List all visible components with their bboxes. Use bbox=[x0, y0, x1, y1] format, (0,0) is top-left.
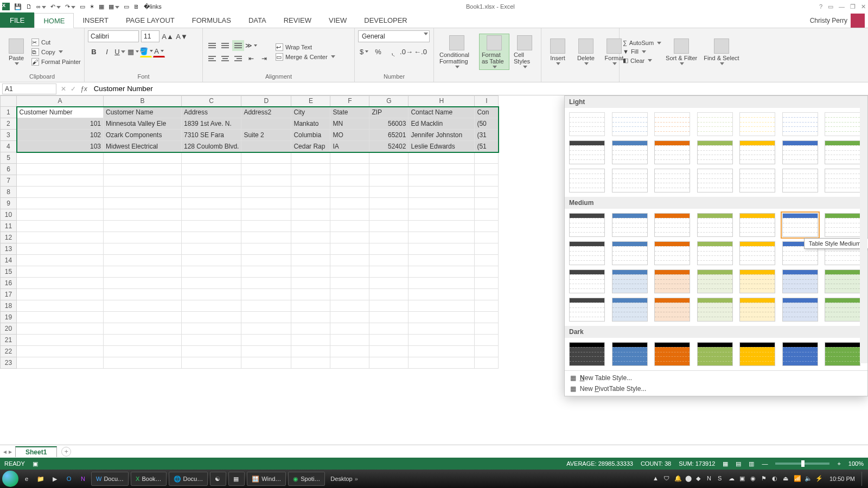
cell[interactable] bbox=[409, 243, 475, 255]
orientation-button[interactable]: ≫ bbox=[245, 40, 257, 51]
clear-button[interactable]: ◧ Clear bbox=[623, 57, 661, 64]
cell[interactable] bbox=[475, 289, 499, 300]
cell[interactable] bbox=[369, 198, 409, 209]
sheet-tab[interactable]: Sheet1 bbox=[15, 446, 57, 457]
cell[interactable] bbox=[291, 243, 330, 255]
cell[interactable] bbox=[104, 209, 182, 221]
tab-insert[interactable]: INSERT bbox=[74, 12, 117, 28]
cell[interactable] bbox=[475, 323, 499, 335]
tray-icon[interactable]: ◉ bbox=[750, 475, 758, 483]
table-style-swatch[interactable] bbox=[739, 342, 775, 366]
table-style-swatch[interactable] bbox=[782, 269, 818, 293]
cell[interactable] bbox=[409, 152, 475, 164]
sheet-nav-first-icon[interactable]: ◂ bbox=[3, 448, 7, 455]
cell[interactable] bbox=[369, 243, 409, 255]
qat-icon[interactable]: ✶ bbox=[90, 3, 94, 10]
cell[interactable] bbox=[330, 300, 369, 312]
cell[interactable] bbox=[409, 232, 475, 243]
cell[interactable]: Ozark Components bbox=[104, 130, 182, 141]
column-header[interactable]: D bbox=[241, 96, 291, 107]
cell[interactable] bbox=[182, 346, 241, 357]
table-style-swatch[interactable] bbox=[782, 112, 818, 136]
tab-home[interactable]: HOME bbox=[34, 13, 74, 28]
cell[interactable] bbox=[17, 312, 104, 323]
tab-data[interactable]: DATA bbox=[240, 12, 275, 28]
cell[interactable] bbox=[241, 243, 291, 255]
tray-icon[interactable]: 🔈 bbox=[805, 475, 812, 483]
cell[interactable] bbox=[330, 278, 369, 289]
cell[interactable] bbox=[241, 312, 291, 323]
cell[interactable] bbox=[241, 209, 291, 221]
cell[interactable] bbox=[104, 198, 182, 209]
redo-icon[interactable]: ↷ bbox=[65, 3, 75, 10]
cell[interactable] bbox=[330, 323, 369, 335]
taskbar-item-word[interactable]: WDocu… bbox=[91, 472, 129, 486]
cell[interactable] bbox=[241, 198, 291, 209]
cell[interactable] bbox=[182, 255, 241, 266]
table-style-swatch[interactable] bbox=[782, 342, 818, 366]
shrink-font-button[interactable]: A▼ bbox=[176, 30, 188, 42]
cell[interactable] bbox=[182, 221, 241, 232]
font-size-combo[interactable]: 11 bbox=[141, 30, 159, 42]
number-format-combo[interactable]: General bbox=[358, 30, 430, 42]
undo-icon[interactable]: ↶ bbox=[50, 3, 61, 10]
table-style-swatch[interactable] bbox=[825, 112, 860, 136]
cell[interactable] bbox=[104, 278, 182, 289]
taskbar-pinned-outlook-icon[interactable]: O bbox=[63, 473, 75, 485]
cell[interactable] bbox=[104, 175, 182, 187]
cell[interactable]: 103 bbox=[17, 141, 104, 152]
cell[interactable] bbox=[17, 175, 104, 187]
cell[interactable] bbox=[369, 357, 409, 369]
tab-developer[interactable]: DEVELOPER bbox=[355, 12, 416, 28]
table-style-swatch[interactable] bbox=[612, 241, 648, 265]
cell[interactable] bbox=[330, 243, 369, 255]
cell[interactable] bbox=[475, 255, 499, 266]
table-style-swatch[interactable] bbox=[739, 140, 775, 164]
table-style-swatch[interactable] bbox=[569, 269, 605, 293]
table-style-swatch[interactable] bbox=[612, 269, 648, 293]
ribbon-opts-icon[interactable]: ▭ bbox=[828, 3, 833, 10]
cell[interactable] bbox=[104, 164, 182, 175]
align-center-button[interactable] bbox=[219, 53, 231, 64]
table-style-swatch[interactable] bbox=[612, 298, 648, 322]
row-header[interactable]: 21 bbox=[1, 335, 17, 346]
view-break-icon[interactable]: ▥ bbox=[749, 460, 754, 467]
cell[interactable] bbox=[409, 278, 475, 289]
new-sheet-button[interactable]: + bbox=[61, 447, 71, 457]
tray-icon[interactable]: ⏏ bbox=[783, 475, 790, 483]
cell[interactable] bbox=[17, 152, 104, 164]
table-style-swatch[interactable] bbox=[825, 269, 860, 293]
table-style-swatch[interactable] bbox=[697, 241, 733, 265]
align-right-button[interactable] bbox=[232, 53, 244, 64]
cell[interactable]: 56003 bbox=[369, 118, 409, 130]
table-style-swatch[interactable] bbox=[569, 169, 605, 192]
cell[interactable] bbox=[475, 198, 499, 209]
row-header[interactable]: 4 bbox=[1, 141, 17, 152]
cell[interactable]: (50 bbox=[475, 118, 499, 130]
help-icon[interactable]: ? bbox=[819, 3, 822, 10]
cell[interactable] bbox=[409, 346, 475, 357]
cell[interactable] bbox=[291, 164, 330, 175]
cell[interactable] bbox=[475, 278, 499, 289]
new-table-style-button[interactable]: ▦ NNew Table Style... bbox=[570, 374, 862, 382]
cell[interactable] bbox=[475, 357, 499, 369]
taskbar-clock[interactable]: 10:50 PM bbox=[826, 476, 858, 482]
enter-icon[interactable]: ✓ bbox=[71, 85, 76, 93]
cut-button[interactable]: ✂Cut bbox=[31, 38, 81, 46]
column-header[interactable]: E bbox=[291, 96, 330, 107]
cell[interactable] bbox=[475, 152, 499, 164]
cell[interactable] bbox=[409, 198, 475, 209]
cell[interactable] bbox=[409, 312, 475, 323]
cell[interactable] bbox=[241, 289, 291, 300]
cell[interactable] bbox=[17, 221, 104, 232]
cell[interactable] bbox=[17, 209, 104, 221]
table-style-swatch[interactable] bbox=[825, 342, 860, 366]
table-style-swatch[interactable] bbox=[569, 342, 605, 366]
cell[interactable]: Mankato bbox=[291, 118, 330, 130]
table-style-swatch[interactable] bbox=[739, 112, 775, 136]
cell[interactable] bbox=[182, 198, 241, 209]
decrease-decimal-button[interactable]: ←.0 bbox=[414, 46, 426, 57]
cell[interactable] bbox=[291, 221, 330, 232]
fill-color-button[interactable]: 🪣 bbox=[140, 46, 152, 57]
cell[interactable]: 52402 bbox=[369, 141, 409, 152]
